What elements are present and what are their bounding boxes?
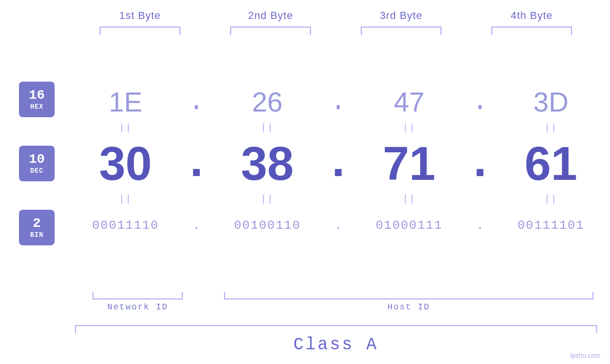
hex-cell-1: 1E bbox=[66, 86, 185, 118]
bracket-cell-1 bbox=[75, 27, 206, 35]
hex-dot-3: . bbox=[468, 86, 492, 117]
bin-cell-1: 00011110 bbox=[66, 218, 185, 233]
eq2-cell-2: || bbox=[208, 194, 327, 205]
bin-cell-3: 01000111 bbox=[350, 218, 469, 233]
eq-sign-3: || bbox=[403, 122, 416, 133]
eq2-cell-3: || bbox=[350, 194, 469, 205]
eq-cell-2: || bbox=[208, 122, 327, 133]
hex-dot-2: . bbox=[327, 86, 350, 117]
bin-val-1: 00011110 bbox=[92, 218, 159, 233]
dec-cell-4: 61 bbox=[492, 136, 610, 191]
bin-dot-1: . bbox=[185, 218, 208, 233]
equals-row-1: || || || || bbox=[66, 121, 610, 135]
dec-label: DEC bbox=[30, 167, 43, 175]
dec-num: 10 bbox=[29, 152, 45, 167]
network-id-label: Network ID bbox=[93, 302, 183, 312]
eq2-sign-2: || bbox=[261, 194, 274, 205]
dec-val-2: 38 bbox=[241, 136, 294, 191]
bin-cell-4: 00111101 bbox=[492, 218, 610, 233]
eq-sign-4: || bbox=[544, 122, 558, 133]
bin-row: 00011110 . 00100110 . 01000111 . bbox=[66, 206, 610, 244]
base-labels: 16 HEX 10 DEC 2 BIN bbox=[0, 72, 66, 255]
hex-val-2: 26 bbox=[252, 86, 283, 118]
hex-val-1: 1E bbox=[109, 86, 142, 118]
bin-val-4: 00111101 bbox=[517, 218, 584, 233]
hex-row: 1E . 26 . 47 . 3D bbox=[66, 83, 610, 121]
bin-label: BIN bbox=[30, 231, 43, 239]
byte-header-1: 1st Byte bbox=[75, 9, 206, 22]
bracket-cell-2 bbox=[206, 27, 336, 35]
eq-sign-1: || bbox=[119, 122, 132, 133]
class-bracket bbox=[75, 325, 597, 333]
bin-num: 2 bbox=[33, 216, 41, 231]
bracket-cell-3 bbox=[336, 27, 467, 35]
class-label: Class A bbox=[75, 333, 597, 355]
dec-dot-2: . bbox=[327, 137, 350, 190]
dec-val-3: 71 bbox=[383, 136, 435, 191]
hex-badge: 16 HEX bbox=[19, 82, 55, 117]
hex-num: 16 bbox=[29, 88, 45, 103]
bin-val-3: 01000111 bbox=[375, 218, 442, 233]
bracket-cell-4 bbox=[467, 27, 597, 35]
dec-cell-3: 71 bbox=[350, 136, 469, 191]
eq2-cell-4: || bbox=[492, 194, 610, 205]
bin-dot-3: . bbox=[468, 218, 492, 233]
bin-badge: 2 BIN bbox=[19, 210, 55, 245]
eq-sign-2: || bbox=[261, 122, 274, 133]
value-grid: 1E . 26 . 47 . 3D bbox=[66, 78, 610, 249]
watermark: ipshu.com bbox=[570, 352, 601, 359]
byte-headers: 1st Byte 2nd Byte 3rd Byte 4th Byte bbox=[75, 9, 597, 22]
dec-badge: 10 DEC bbox=[19, 146, 55, 181]
hex-cell-2: 26 bbox=[208, 86, 327, 118]
dec-cell-1: 30 bbox=[66, 136, 185, 191]
class-section: Class A bbox=[75, 325, 597, 355]
hex-cell-4: 3D bbox=[492, 86, 610, 118]
network-bracket bbox=[93, 292, 183, 299]
dec-val-1: 30 bbox=[99, 136, 152, 191]
hex-cell-3: 47 bbox=[350, 86, 469, 118]
top-bracket-1 bbox=[100, 27, 180, 35]
hex-label: HEX bbox=[30, 103, 43, 111]
eq-cell-1: || bbox=[66, 122, 185, 133]
dec-val-4: 61 bbox=[525, 136, 577, 191]
top-bracket-4 bbox=[491, 27, 572, 35]
top-bracket-3 bbox=[361, 27, 441, 35]
bin-cell-2: 00100110 bbox=[208, 218, 327, 233]
byte-header-3: 3rd Byte bbox=[336, 9, 467, 22]
hex-val-3: 47 bbox=[394, 86, 425, 118]
top-bracket-2 bbox=[230, 27, 311, 35]
eq2-sign-1: || bbox=[119, 194, 132, 205]
bin-val-2: 00100110 bbox=[234, 218, 301, 233]
eq-cell-3: || bbox=[350, 122, 469, 133]
dec-dot-3: . bbox=[468, 137, 492, 190]
byte-header-4: 4th Byte bbox=[467, 9, 597, 22]
main-container: 1st Byte 2nd Byte 3rd Byte 4th Byte 16 H… bbox=[0, 0, 610, 364]
dec-row: 30 . 38 . 71 . 61 bbox=[66, 135, 610, 192]
hex-val-4: 3D bbox=[534, 86, 569, 118]
eq-cell-4: || bbox=[492, 122, 610, 133]
host-bracket bbox=[224, 292, 593, 299]
eq2-cell-1: || bbox=[66, 194, 185, 205]
hex-dot-1: . bbox=[185, 86, 208, 117]
dec-dot-1: . bbox=[185, 137, 208, 190]
top-bracket-row bbox=[75, 27, 597, 35]
eq2-sign-3: || bbox=[403, 194, 416, 205]
equals-row-2: || || || || bbox=[66, 192, 610, 206]
dec-cell-2: 38 bbox=[208, 136, 327, 191]
byte-header-2: 2nd Byte bbox=[206, 9, 336, 22]
eq2-sign-4: || bbox=[544, 194, 558, 205]
bottom-bracket-area: Network ID Host ID bbox=[0, 292, 610, 320]
bin-dot-2: . bbox=[327, 218, 350, 233]
host-id-label: Host ID bbox=[224, 302, 593, 312]
